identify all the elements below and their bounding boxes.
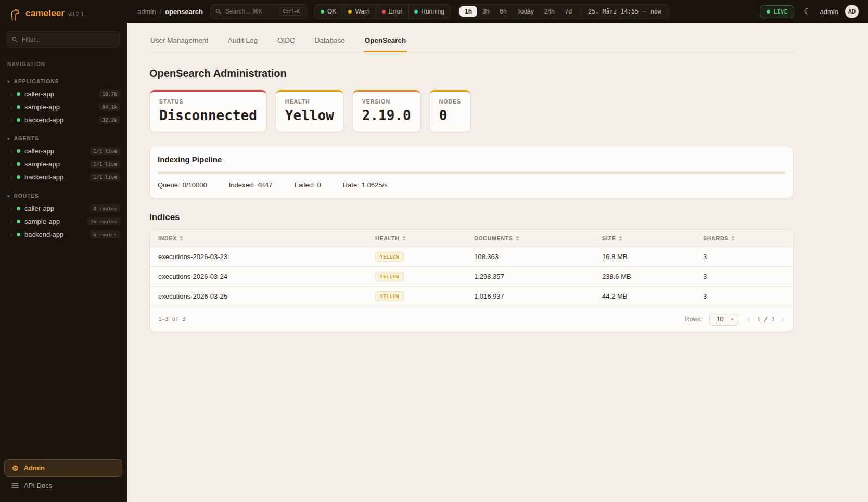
sidebar-item-agents-backend-app[interactable]: › backend-app 1/1 live — [0, 171, 126, 184]
rows-per-page-value: 10 — [716, 315, 723, 323]
item-badge: 1/1 live — [90, 160, 120, 168]
item-label: backend-app — [24, 230, 86, 238]
filter-label: Warn — [355, 8, 369, 15]
item-label: sample-app — [24, 217, 83, 225]
prev-page-button[interactable]: ‹ — [746, 315, 751, 324]
pipeline-stats: Queue:0/10000 Indexed:4847 Failed:0 Rate… — [158, 181, 785, 189]
sidebar-spacer — [0, 241, 126, 455]
time-range-1h[interactable]: 1h — [459, 6, 477, 17]
brand: cameleer v3.2.1 — [0, 0, 126, 27]
nav-section-routes: ▾ ROUTES › caller-app 4 routes › sample-… — [0, 191, 126, 241]
indexed-stat: Indexed:4847 — [229, 181, 273, 189]
cell-health: YELLOW — [375, 248, 474, 266]
sidebar-item-applications-caller-app[interactable]: › caller-app 10.7k — [0, 87, 126, 100]
filter-label: Running — [421, 8, 444, 15]
rate-stat: Rate:1.0625/s — [343, 181, 388, 189]
tab-audit-log[interactable]: Audit Log — [227, 32, 259, 52]
cell-size: 238.6 MB — [602, 268, 703, 285]
time-range-7d[interactable]: 7d — [560, 6, 577, 17]
column-header-index[interactable]: INDEX — [158, 230, 375, 247]
column-header-shards[interactable]: SHARDS — [703, 230, 793, 247]
sidebar-item-applications-sample-app[interactable]: › sample-app 84.1k — [0, 100, 126, 113]
sort-icon — [516, 236, 519, 241]
date-range-display[interactable]: 25. März 14:55 — now — [580, 6, 668, 17]
dark-mode-toggle[interactable]: ☾ — [801, 5, 813, 18]
sidebar-item-api-docs[interactable]: API Docs — [4, 478, 122, 494]
sidebar-item-applications-backend-app[interactable]: › backend-app 32.2k — [0, 113, 126, 126]
tab-database[interactable]: Database — [314, 32, 346, 52]
indices-title: Indices — [149, 212, 794, 223]
next-page-button[interactable]: › — [780, 315, 786, 324]
sidebar-item-routes-backend-app[interactable]: › backend-app 6 routes — [0, 228, 126, 241]
table-footer: 1-3 of 3 Rows: 10 ▾ ‹ 1 / 1 › — [150, 306, 793, 332]
status-dot — [17, 207, 20, 210]
breadcrumb: admin / opensearch — [137, 8, 203, 16]
filter-label: Error — [389, 8, 403, 15]
admin-tabs: User Management Audit Log OIDC Database … — [149, 32, 794, 52]
cameleer-logo-icon — [8, 8, 22, 22]
tab-oidc[interactable]: OIDC — [276, 32, 296, 52]
column-header-size[interactable]: SIZE — [602, 230, 703, 247]
cell-index: executions-2026-03-23 — [158, 249, 375, 265]
cell-shards: 3 — [703, 288, 793, 304]
right-column: admin / opensearch Search... ⌘K Ctrl+K O… — [127, 0, 868, 502]
chevron-down-icon: ▾ — [7, 79, 10, 84]
section-label: APPLICATIONS — [14, 79, 59, 84]
column-header-documents[interactable]: DOCUMENTS — [474, 230, 602, 247]
live-label: LIVE — [774, 8, 788, 15]
cell-shards: 3 — [703, 249, 793, 265]
status-dot — [17, 233, 20, 236]
filter-running[interactable]: Running — [409, 5, 450, 18]
status-dot — [17, 92, 20, 96]
global-search[interactable]: Search... ⌘K Ctrl+K — [210, 4, 307, 19]
stat-label: HEALTH — [285, 98, 334, 105]
main-content: User Management Audit Log OIDC Database … — [127, 23, 868, 502]
live-indicator[interactable]: LIVE — [760, 5, 795, 18]
cell-documents: 1.298.357 — [474, 268, 602, 285]
sort-icon — [731, 236, 735, 241]
time-range-3h[interactable]: 3h — [477, 6, 494, 17]
stat-value: 0 — [439, 108, 461, 123]
chevron-left-icon: ‹ — [747, 315, 750, 324]
item-badge: 32.2k — [99, 116, 120, 124]
time-range-today[interactable]: Today — [512, 6, 539, 17]
health-badge: YELLOW — [375, 252, 404, 262]
section-header-routes[interactable]: ▾ ROUTES — [0, 191, 126, 202]
stat-label: VERSION — [362, 98, 411, 105]
item-label: sample-app — [24, 160, 86, 168]
chevron-right-icon: › — [10, 174, 12, 181]
item-label: caller-app — [24, 204, 86, 212]
time-range-24h[interactable]: 24h — [539, 6, 560, 17]
avatar[interactable]: AD — [845, 5, 859, 18]
sidebar-item-routes-caller-app[interactable]: › caller-app 4 routes — [0, 202, 126, 215]
sidebar-filter[interactable] — [6, 31, 120, 48]
filter-error[interactable]: Error — [376, 5, 409, 18]
nav-section-applications: ▾ APPLICATIONS › caller-app 10.7k › samp… — [0, 76, 126, 126]
api-docs-label: API Docs — [24, 482, 52, 490]
sidebar-item-admin[interactable]: ⚙ Admin — [4, 459, 122, 477]
search-icon — [12, 36, 18, 43]
rows-per-page-select[interactable]: 10 ▾ — [709, 313, 738, 326]
chevron-down-icon: ▾ — [731, 317, 734, 322]
sidebar: cameleer v3.2.1 NAVIGATION ▾ APPLICATION… — [0, 0, 127, 502]
sidebar-item-agents-caller-app[interactable]: › caller-app 1/1 live — [0, 145, 126, 158]
sidebar-item-routes-sample-app[interactable]: › sample-app 16 routes — [0, 215, 126, 228]
health-badge: YELLOW — [375, 291, 404, 301]
section-header-agents[interactable]: ▾ AGENTS — [0, 134, 126, 145]
table-row: executions-2026-03-25 YELLOW 1.016.937 4… — [150, 287, 793, 306]
ok-status-dot — [321, 10, 324, 14]
time-range-6h[interactable]: 6h — [494, 6, 512, 17]
column-header-health[interactable]: HEALTH — [375, 230, 474, 247]
filter-ok[interactable]: OK — [315, 5, 342, 18]
cell-index: executions-2026-03-25 — [158, 288, 375, 304]
section-label: AGENTS — [14, 136, 39, 141]
sidebar-item-agents-sample-app[interactable]: › sample-app 1/1 live — [0, 158, 126, 171]
pipeline-title: Indexing Pipeline — [158, 155, 785, 164]
section-header-applications[interactable]: ▾ APPLICATIONS — [0, 76, 126, 87]
tab-user-management[interactable]: User Management — [149, 32, 209, 52]
filter-input[interactable] — [22, 36, 114, 43]
breadcrumb-parent[interactable]: admin — [137, 8, 156, 16]
chevron-down-icon: ▾ — [7, 136, 10, 141]
tab-opensearch[interactable]: OpenSearch — [364, 32, 407, 52]
filter-warn[interactable]: Warn — [342, 5, 376, 18]
